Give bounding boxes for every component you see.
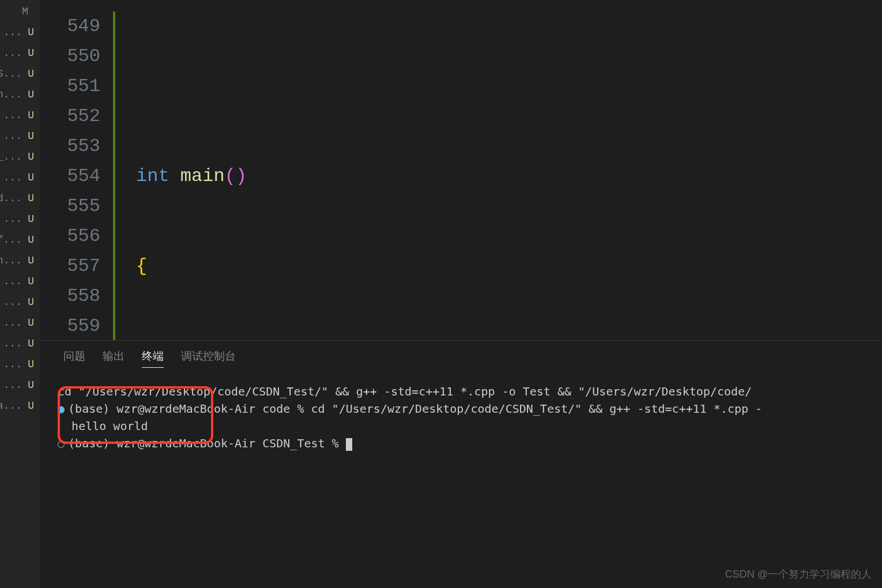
sidebar-item[interactable]: M (0, 1, 40, 22)
sidebar-item[interactable]: n...U (0, 250, 40, 271)
sidebar-item[interactable]: ...U (0, 375, 40, 395)
prompt-dot-filled-icon: ● (58, 402, 65, 416)
line-number: 552 (40, 101, 100, 131)
sidebar-item[interactable]: ...U (0, 209, 40, 229)
sidebar-item[interactable]: ...U (0, 105, 40, 126)
line-number: 559 (40, 311, 100, 340)
line-number: 550 (40, 42, 100, 71)
terminal-line: ●(base) wzr@wzrdeMacBook-Air code % cd "… (58, 400, 865, 417)
line-number: 558 (40, 281, 100, 311)
sidebar-item[interactable]: ...U (0, 271, 40, 292)
sidebar-item[interactable]: f...U (0, 229, 40, 250)
sidebar-item[interactable]: a...U (0, 395, 40, 416)
line-number: 555 (40, 191, 100, 221)
tab-debug-console[interactable]: 调试控制台 (181, 349, 236, 368)
sidebar-item[interactable]: _...U (0, 146, 40, 167)
sidebar-item[interactable]: S...U (0, 63, 40, 84)
sidebar-item[interactable]: ...U (0, 312, 40, 333)
prompt-dot-open-icon: ○ (58, 436, 65, 450)
panel-tabs: 问题 输出 终端 调试控制台 (40, 341, 882, 376)
tab-problems[interactable]: 问题 (63, 349, 85, 368)
sidebar-item[interactable]: ...U (0, 43, 40, 63)
terminal-line: cd "/Users/wzr/Desktop/code/CSDN_Test/" … (58, 383, 865, 400)
code-content[interactable]: int main() { string s1("hello world"); s… (115, 0, 882, 340)
line-number-gutter: 549 550 551 552 553 554 555 556 557 558 … (40, 0, 115, 340)
code-line[interactable] (115, 71, 882, 101)
bottom-panel: 问题 输出 终端 调试控制台 cd "/Users/wzr/Desktop/co… (40, 340, 882, 588)
code-line[interactable]: { (115, 251, 882, 281)
terminal-cursor (346, 438, 352, 451)
terminal-prompt-line[interactable]: ○(base) wzr@wzrdeMacBook-Air CSDN_Test % (58, 435, 865, 452)
sidebar-item[interactable]: ...U (0, 354, 40, 375)
line-number: 556 (40, 221, 100, 251)
sidebar-item[interactable]: n...U (0, 84, 40, 105)
line-number: 553 (40, 131, 100, 161)
terminal[interactable]: cd "/Users/wzr/Desktop/code/CSDN_Test/" … (40, 376, 882, 588)
code-editor[interactable]: 549 550 551 552 553 554 555 556 557 558 … (40, 0, 882, 340)
code-line[interactable]: int main() (115, 161, 882, 191)
line-number: 557 (40, 251, 100, 281)
line-number: 554 (40, 161, 100, 191)
line-number: 551 (40, 71, 100, 101)
tab-terminal[interactable]: 终端 (142, 349, 164, 368)
line-number: 549 (40, 12, 100, 42)
sidebar-item[interactable]: ...U (0, 167, 40, 188)
sidebar-item[interactable]: ...U (0, 292, 40, 312)
sidebar-item[interactable]: ...U (0, 22, 40, 43)
sidebar-item[interactable]: ...U (0, 333, 40, 354)
watermark-text: CSDN @一个努力学习编程的人 (725, 567, 872, 581)
sidebar-item[interactable]: d...U (0, 188, 40, 209)
terminal-output-line: hello world (58, 417, 865, 435)
sidebar-item[interactable]: ...U (0, 126, 40, 146)
file-explorer-sidebar[interactable]: M ...U ...U S...U n...U ...U ...U _...U … (0, 0, 40, 588)
tab-output[interactable]: 输出 (103, 349, 125, 368)
